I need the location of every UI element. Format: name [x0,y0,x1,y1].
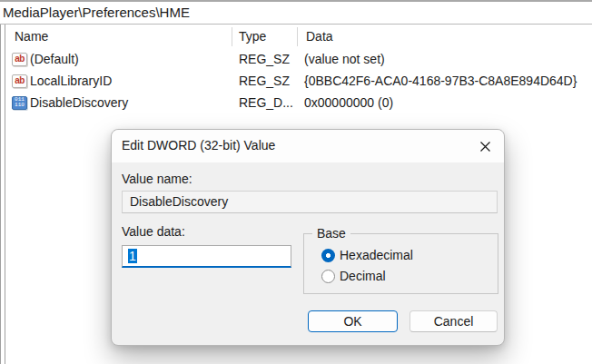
close-icon [479,141,491,152]
value-type: REG_SZ [239,74,304,88]
cancel-button[interactable]: Cancel [409,310,498,332]
value-data: {0BBC42F6-ACA0-4168-97B3-C8A8E894D64D} [304,74,592,88]
value-name: (Default) [30,52,79,66]
value-data: (value not set) [304,52,592,66]
table-row[interactable]: ab (Default) REG_SZ (value not set) [5,48,592,70]
radio-decimal[interactable]: Decimal [321,269,386,283]
column-header-name[interactable]: Name [5,29,239,44]
selected-text: 1 [128,249,137,263]
string-value-icon: ab [12,53,27,66]
dialog-title: Edit DWORD (32-bit) Value [122,138,275,152]
base-groupbox: Base Hexadecimal Decimal [303,233,498,294]
radio-hexadecimal[interactable]: Hexadecimal [321,248,413,262]
value-list: Name Type Data ab (Default) REG_SZ (valu… [5,25,592,113]
column-header-data[interactable]: Data [304,29,592,44]
radio-unselected-icon[interactable] [321,270,335,283]
close-button[interactable] [475,137,495,155]
table-row[interactable]: ab LocalLibraryID REG_SZ {0BBC42F6-ACA0-… [5,70,592,92]
value-name-label: Value name: [122,172,192,186]
registry-path[interactable]: MediaPlayer\Preferences\HME [3,5,190,20]
column-divider[interactable] [232,27,232,46]
value-data-label: Value data: [122,224,185,239]
value-type: REG_SZ [239,52,304,66]
base-legend: Base [312,226,350,241]
edit-dword-dialog: Edit DWORD (32-bit) Value Value name: Di… [111,129,505,346]
value-data-input[interactable]: 1 [122,245,291,268]
value-data: 0x00000000 (0) [304,95,592,110]
string-value-icon: ab [12,74,27,88]
value-type: REG_D... [239,95,304,110]
ok-button[interactable]: OK [308,310,398,332]
dword-value-icon: 011110 [12,96,27,110]
list-header: Name Type Data [5,25,592,48]
column-header-type[interactable]: Type [239,29,304,44]
radio-selected-icon[interactable] [321,249,335,262]
value-name: DisableDiscovery [30,95,128,110]
address-bar[interactable]: MediaPlayer\Preferences\HME [0,2,592,24]
value-name: LocalLibraryID [30,74,112,88]
column-divider[interactable] [297,27,298,46]
dialog-titlebar[interactable]: Edit DWORD (32-bit) Value [112,130,504,162]
value-name-field: DisableDiscovery [122,191,498,213]
table-row[interactable]: 011110 DisableDiscovery REG_D... 0x00000… [5,92,592,113]
